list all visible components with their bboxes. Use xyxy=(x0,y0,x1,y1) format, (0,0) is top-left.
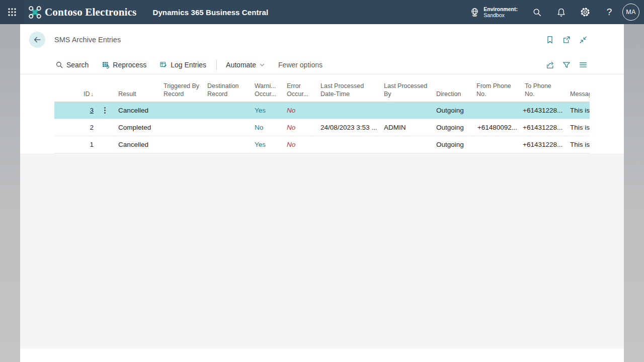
page-content: SMS Archive Entries xyxy=(20,24,624,362)
share-icon xyxy=(545,60,554,69)
sms-archive-grid: ID↓ResultTriggered ByRecordDestinationRe… xyxy=(54,74,590,153)
column-header-last_dt[interactable]: Last ProcessedDate-Time xyxy=(318,82,382,98)
brand-name: Contoso Electronics xyxy=(45,6,137,19)
app-title-link[interactable]: Dynamics 365 Business Central xyxy=(153,8,269,17)
reprocess-grid-icon xyxy=(102,61,110,69)
grid-body: 3CancelledYesNoOutgoing+61431228...This … xyxy=(54,102,590,153)
column-header-last_by[interactable]: Last ProcessedBy xyxy=(382,82,433,98)
cell-error: No xyxy=(285,107,318,114)
collapse-button[interactable] xyxy=(579,35,588,44)
environment-indicator: Environment: Sandbox xyxy=(469,6,518,18)
list-grid-section: ID↓ResultTriggered ByRecordDestinationRe… xyxy=(20,74,624,153)
action-toolbar: Search Reprocess xyxy=(20,55,624,74)
page-title: SMS Archive Entries xyxy=(54,36,121,44)
cell-from_phone: +61480092... xyxy=(474,124,523,131)
column-header-warning[interactable]: Warni...Occur... xyxy=(253,82,285,98)
cell-id[interactable]: 2 xyxy=(54,124,94,131)
fewer-options-button[interactable]: Fewer options xyxy=(278,61,323,69)
environment-name: Sandbox xyxy=(484,12,518,18)
back-button[interactable] xyxy=(29,32,45,48)
row-menu-icon xyxy=(104,107,106,114)
automate-menu-button[interactable]: Automate xyxy=(226,61,265,69)
gear-icon xyxy=(580,7,590,17)
help-icon: ? xyxy=(607,7,612,18)
top-navigation-bar: Contoso Electronics Dynamics 365 Busines… xyxy=(0,0,644,24)
contoso-logo-icon xyxy=(28,6,42,19)
cell-to_phone: +61431228... xyxy=(523,141,568,148)
empty-page-area xyxy=(20,153,624,348)
back-arrow-icon xyxy=(33,35,42,44)
user-avatar[interactable]: MA xyxy=(622,4,639,21)
table-row[interactable]: 3CancelledYesNoOutgoing+61431228...This … xyxy=(54,102,590,119)
table-row[interactable]: 1CancelledYesNoOutgoing+61431228...This … xyxy=(54,136,590,153)
automate-label: Automate xyxy=(226,61,256,69)
reprocess-label: Reprocess xyxy=(113,61,146,69)
cell-result: Cancelled xyxy=(116,107,162,114)
settings-button[interactable] xyxy=(573,0,597,24)
cell-message: This is a xyxy=(568,107,590,114)
search-label: Search xyxy=(66,61,89,69)
column-header-direction[interactable]: Direction xyxy=(433,90,474,98)
right-background-strip xyxy=(624,24,644,362)
sort-descending-icon: ↓ xyxy=(91,91,94,97)
column-header-triggered[interactable]: Triggered ByRecord xyxy=(162,82,205,98)
list-icon xyxy=(579,60,588,69)
left-background-strip xyxy=(0,24,20,362)
cell-to_phone: +61431228... xyxy=(523,124,568,131)
cell-error: No xyxy=(285,124,318,131)
notifications-button[interactable] xyxy=(549,0,573,24)
bookmark-button[interactable] xyxy=(545,35,554,44)
column-header-id[interactable]: ID↓ xyxy=(54,90,94,98)
column-header-destination[interactable]: DestinationRecord xyxy=(205,82,253,98)
footer-strip xyxy=(20,348,624,362)
environment-globe-icon xyxy=(469,7,480,18)
cell-direction: Outgoing xyxy=(433,141,474,148)
cell-direction: Outgoing xyxy=(433,124,474,131)
column-header-result[interactable]: Result xyxy=(116,90,162,98)
page-header: SMS Archive Entries xyxy=(20,24,624,55)
filter-button[interactable] xyxy=(562,60,571,69)
cell-direction: Outgoing xyxy=(433,107,474,114)
app-launcher-button[interactable] xyxy=(0,0,24,24)
cell-result: Cancelled xyxy=(116,141,162,148)
brand-logo-link[interactable]: Contoso Electronics xyxy=(28,6,137,19)
column-header-from_phone[interactable]: From PhoneNo. xyxy=(474,82,523,98)
open-in-new-window-button[interactable] xyxy=(562,35,571,44)
table-row[interactable]: 2CompletedNoNo24/08/2023 3:53 ...ADMINOu… xyxy=(54,119,590,136)
cell-menu[interactable] xyxy=(94,107,116,114)
log-entries-label: Log Entries xyxy=(171,61,206,69)
share-button[interactable] xyxy=(545,60,554,69)
filter-icon xyxy=(562,60,571,69)
chevron-down-icon xyxy=(259,62,265,68)
cell-message: This is a xyxy=(568,124,590,131)
cell-warning: No xyxy=(253,124,285,131)
help-button[interactable]: ? xyxy=(597,0,621,24)
cell-last_dt: 24/08/2023 3:53 ... xyxy=(318,124,382,131)
bookmark-icon xyxy=(545,35,554,44)
search-button[interactable] xyxy=(525,0,549,24)
cell-result: Completed xyxy=(116,124,162,131)
list-view-button[interactable] xyxy=(579,60,588,69)
cell-warning: Yes xyxy=(253,141,285,148)
toolbar-divider xyxy=(216,60,217,70)
cell-warning: Yes xyxy=(253,107,285,114)
reprocess-button[interactable]: Reprocess xyxy=(102,61,146,69)
column-header-error[interactable]: ErrorOccur... xyxy=(285,82,318,98)
log-entries-icon xyxy=(159,61,168,69)
column-header-to_phone[interactable]: To PhoneNo. xyxy=(523,82,568,98)
collapse-icon xyxy=(579,35,588,44)
fewer-options-label: Fewer options xyxy=(278,61,323,69)
cell-to_phone: +61431228... xyxy=(523,107,568,114)
search-icon xyxy=(532,8,542,17)
waffle-icon xyxy=(7,7,17,17)
search-icon xyxy=(55,61,63,69)
log-entries-button[interactable]: Log Entries xyxy=(159,61,206,69)
cell-id[interactable]: 1 xyxy=(54,141,94,148)
search-list-button[interactable]: Search xyxy=(55,61,89,69)
column-header-message[interactable]: Message xyxy=(568,90,590,98)
cell-id[interactable]: 3 xyxy=(54,107,94,114)
grid-header-row: ID↓ResultTriggered ByRecordDestinationRe… xyxy=(54,74,590,102)
cell-error: No xyxy=(285,141,318,148)
cell-message: This is a xyxy=(568,141,590,148)
bell-icon xyxy=(556,8,566,17)
